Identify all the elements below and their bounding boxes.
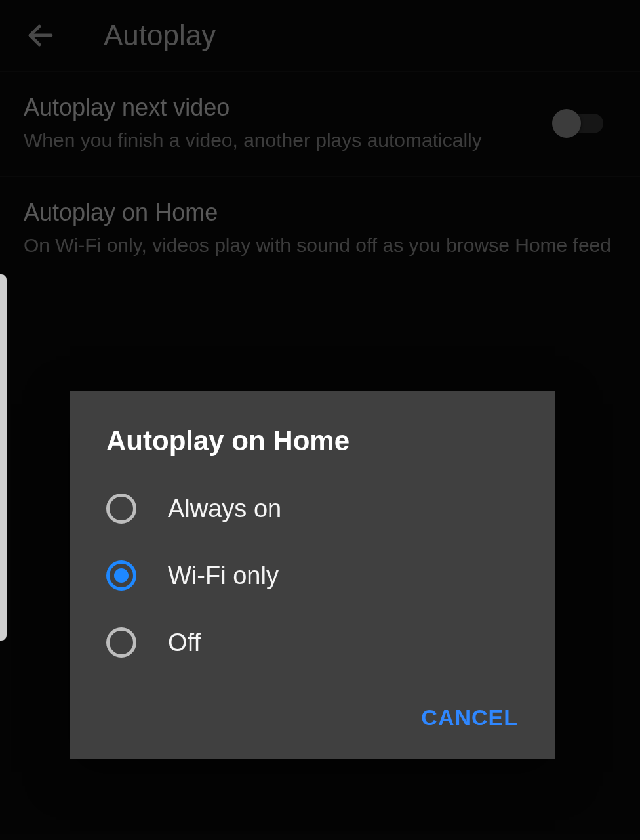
- autoplay-on-home-dialog: Autoplay on Home Always on Wi-Fi only Of…: [70, 391, 555, 759]
- option-off[interactable]: Off: [96, 609, 529, 676]
- radio-icon: [106, 627, 136, 658]
- dialog-actions: CANCEL: [70, 692, 555, 754]
- dialog-options: Always on Wi-Fi only Off: [70, 475, 555, 692]
- option-wifi-only[interactable]: Wi-Fi only: [96, 542, 529, 609]
- dialog-title: Autoplay on Home: [70, 391, 555, 475]
- option-label: Always on: [168, 495, 281, 523]
- option-label: Off: [168, 629, 201, 657]
- option-label: Wi-Fi only: [168, 562, 279, 590]
- radio-icon: [106, 494, 136, 524]
- cancel-button[interactable]: CANCEL: [416, 697, 523, 738]
- option-always-on[interactable]: Always on: [96, 475, 529, 542]
- radio-icon: [106, 560, 136, 591]
- scroll-edge-indicator: [0, 274, 7, 640]
